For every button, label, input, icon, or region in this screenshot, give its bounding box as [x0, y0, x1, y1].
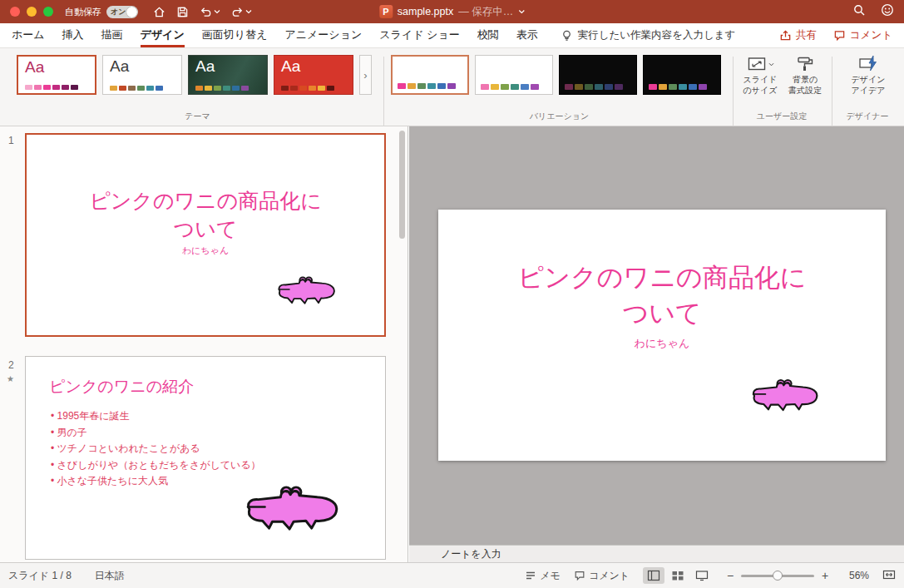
- minimize-button[interactable]: [27, 7, 37, 17]
- variant-option-3[interactable]: [559, 55, 637, 95]
- normal-view-button[interactable]: [643, 567, 664, 584]
- variant-option-4[interactable]: [643, 55, 721, 95]
- fit-slide-button[interactable]: [882, 569, 896, 583]
- theme-option-3[interactable]: Aa: [188, 55, 268, 95]
- save-status: — 保存中…: [458, 5, 513, 19]
- title-placeholder[interactable]: ピンクのワニの商品化に ついて: [438, 259, 886, 331]
- notes-placeholder: ノートを入力: [441, 547, 501, 561]
- design-ideas-button[interactable]: デザイン アイデア: [838, 55, 898, 95]
- panel-scrollbar[interactable]: [399, 131, 405, 239]
- search-icon[interactable]: [852, 3, 866, 20]
- tellme-search[interactable]: 実行したい作業内容を入力します: [561, 23, 736, 47]
- crocodile-drawing[interactable]: [750, 376, 827, 413]
- slide-subtitle: わにちゃん: [27, 245, 384, 257]
- variant-color-chips: [649, 84, 707, 90]
- zoom-percentage[interactable]: 56%: [842, 570, 869, 581]
- subtitle-placeholder[interactable]: わにちゃん: [438, 336, 886, 351]
- chevron-down-icon: [245, 9, 252, 14]
- tab-home[interactable]: ホーム: [12, 23, 45, 47]
- theme-current[interactable]: Aa: [17, 55, 96, 95]
- theme-color-chips: [110, 86, 163, 91]
- variant-color-chips: [398, 83, 456, 89]
- variant-color-chips: [565, 84, 623, 90]
- slideshow-view-button[interactable]: [691, 567, 713, 584]
- tab-design[interactable]: デザイン: [141, 23, 185, 47]
- tab-draw[interactable]: 描画: [101, 23, 123, 47]
- slide-size-button[interactable]: スライド のサイズ: [739, 55, 782, 95]
- slide-thumbnail-panel: 1 ピンクのワニの商品化に ついて わにちゃん 2 ★ ピンクのワニの紹介 19…: [0, 126, 408, 562]
- grid-view-icon: [671, 570, 684, 581]
- slide-1-thumbnail[interactable]: ピンクのワニの商品化に ついて わにちゃん: [25, 133, 386, 337]
- zoom-slider[interactable]: [741, 570, 814, 581]
- crocodile-drawing: [244, 482, 350, 534]
- slide-editing-area: ピンクのワニの商品化に ついて わにちゃん: [409, 126, 904, 545]
- variant-option-1[interactable]: [391, 55, 469, 95]
- comment-icon: [833, 29, 846, 42]
- tab-review[interactable]: 校閲: [477, 23, 499, 47]
- chevron-down-icon: [518, 9, 525, 14]
- fit-to-window-icon: [882, 569, 896, 581]
- ribbon: Aa Aa Aa Aa ›: [0, 48, 904, 126]
- account-icon[interactable]: [881, 3, 894, 20]
- slide-size-icon: [747, 56, 767, 72]
- tab-view[interactable]: 表示: [516, 23, 538, 47]
- chevron-down-icon: [768, 62, 774, 67]
- notes-toggle-button[interactable]: メモ: [525, 569, 561, 583]
- ribbon-tab-bar: ホーム 挿入 描画 デザイン 画面切り替え アニメーション スライド ショー 校…: [0, 23, 904, 48]
- autosave-knob: [126, 7, 137, 17]
- zoom-out-button[interactable]: −: [726, 569, 734, 582]
- slide-2-thumbnail[interactable]: ピンクのワニの紹介 1995年春に誕生 男の子 ツチノコといわれたことがある さ…: [25, 356, 386, 560]
- chevron-down-icon: [214, 9, 220, 14]
- theme-option-2[interactable]: Aa: [102, 55, 182, 95]
- redo-button[interactable]: [231, 6, 252, 18]
- slide-2-number: 2: [8, 359, 14, 371]
- bullet-list: 1995年春に誕生 男の子 ツチノコといわれたことがある さびしがりや（おともだ…: [51, 408, 261, 490]
- themes-more-button[interactable]: ›: [359, 55, 372, 95]
- tellme-placeholder: 実行したい作業内容を入力します: [578, 28, 736, 42]
- undo-button[interactable]: [200, 6, 220, 18]
- tab-slideshow[interactable]: スライド ショー: [379, 23, 459, 47]
- theme-gallery: Aa Aa Aa Aa ›: [17, 55, 372, 95]
- zoom-in-button[interactable]: +: [821, 569, 829, 582]
- bullet-item: 1995年春に誕生: [51, 408, 261, 425]
- tab-animations[interactable]: アニメーション: [284, 23, 362, 47]
- autosave-toggle[interactable]: 自動保存 オン: [65, 6, 138, 18]
- slide-sorter-view-button[interactable]: [667, 567, 689, 584]
- group-label-variants: バリエーション: [391, 111, 728, 122]
- group-label-designer: デザイナー: [833, 111, 902, 122]
- theme-color-chips: [281, 86, 334, 91]
- slide-canvas[interactable]: ピンクのワニの商品化に ついて わにちゃん: [438, 210, 886, 461]
- memo-icon: [525, 570, 536, 581]
- variant-color-chips: [481, 84, 539, 90]
- slide-1-number: 1: [8, 135, 14, 146]
- document-title[interactable]: P sample.pptx — 保存中…: [379, 5, 525, 19]
- save-icon[interactable]: [176, 6, 189, 18]
- autosave-switch[interactable]: オン: [106, 6, 138, 18]
- titlebar: 自動保存 オン P sample.pptx: [0, 0, 904, 23]
- design-ideas-icon: [858, 55, 878, 73]
- autosave-label: 自動保存: [65, 6, 101, 18]
- share-icon: [779, 29, 792, 42]
- slide-title: ピンクのワニの商品化に ついて: [27, 186, 384, 243]
- comments-pane-button[interactable]: コメント: [574, 569, 630, 583]
- variant-gallery: [391, 55, 721, 95]
- variant-option-2[interactable]: [475, 55, 553, 95]
- fullscreen-button[interactable]: [43, 7, 53, 17]
- tab-transitions[interactable]: 画面切り替え: [202, 23, 268, 47]
- tab-insert[interactable]: 挿入: [62, 23, 84, 47]
- notes-pane[interactable]: ノートを入力: [409, 545, 904, 562]
- bullet-item: 小さな子供たちに大人気: [51, 473, 261, 490]
- bullet-item: ツチノコといわれたことがある: [51, 441, 261, 457]
- close-button[interactable]: [10, 7, 20, 17]
- background-format-button[interactable]: 背景の 書式設定: [783, 55, 827, 95]
- paint-roller-icon: [795, 56, 815, 72]
- home-icon[interactable]: [153, 6, 165, 18]
- theme-option-4[interactable]: Aa: [274, 55, 353, 95]
- theme-color-chips: [25, 85, 78, 90]
- powerpoint-icon: P: [379, 5, 393, 18]
- comments-button[interactable]: コメント: [833, 28, 892, 42]
- window-controls: [10, 7, 53, 17]
- zoom-slider-thumb[interactable]: [773, 571, 783, 581]
- language-indicator[interactable]: 日本語: [95, 569, 125, 583]
- share-button[interactable]: 共有: [779, 28, 817, 42]
